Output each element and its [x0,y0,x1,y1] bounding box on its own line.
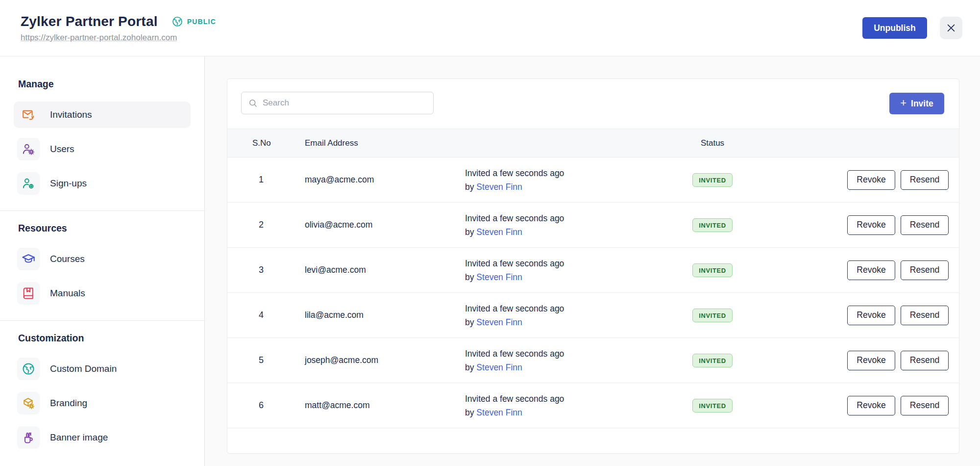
visibility-badge: PUBLIC [172,16,216,27]
table-row: 5 joseph@acme.com Invited a few seconds … [227,338,959,383]
plus-icon: + [900,98,906,108]
resend-button[interactable]: Resend [901,260,949,280]
row-email: maya@acme.com [305,175,465,185]
table-row: 6 matt@acme.com Invited a few seconds ag… [227,383,959,428]
invited-by-link[interactable]: Steven Finn [476,317,522,327]
sidebar-item-label: Branding [50,398,87,409]
revoke-button[interactable]: Revoke [847,260,895,280]
sidebar-item-label: Sign-ups [50,178,87,189]
close-button[interactable] [940,17,962,39]
by-prefix: by [465,227,474,237]
invited-time-text: Invited a few seconds ago [465,302,673,315]
sidebar: Manage Invitations [0,56,205,466]
paint-cup-icon [17,426,40,449]
sidebar-item-custom-domain[interactable]: Custom Domain [14,356,191,382]
status-badge: INVITED [692,263,732,277]
sidebar-item-branding[interactable]: Branding [14,390,191,416]
by-prefix: by [465,272,474,282]
invited-by-link[interactable]: Steven Finn [476,182,522,192]
sidebar-item-courses[interactable]: Courses [14,246,191,272]
invitations-card: + Invite S.No Email Address Status 1 may… [227,78,959,454]
search-icon [248,98,258,108]
column-header-sno: S.No [227,138,305,148]
sidebar-item-manuals[interactable]: Manuals [14,280,191,307]
row-invited-info: Invited a few seconds ago by Steven Finn [465,257,673,284]
row-invited-info: Invited a few seconds ago by Steven Finn [465,166,673,194]
sidebar-item-label: Courses [50,254,85,264]
portal-url-link[interactable]: https://zylker-partner-portal.zoholearn.… [21,33,216,43]
row-invited-info: Invited a few seconds ago by Steven Finn [465,302,673,329]
sidebar-divider [0,210,204,211]
resend-button[interactable]: Resend [901,170,949,190]
invited-by-link[interactable]: Steven Finn [476,272,522,282]
search-box[interactable] [241,92,434,114]
portal-settings-window: Zylker Partner Portal PUBLIC https://zyl… [0,0,980,466]
invited-time-text: Invited a few seconds ago [465,392,673,406]
row-sno: 2 [227,220,305,230]
revoke-button[interactable]: Revoke [847,351,895,370]
row-sno: 3 [227,265,305,275]
sidebar-item-banner-image[interactable]: Banner image [14,424,191,451]
invited-time-text: Invited a few seconds ago [465,257,673,270]
sidebar-item-label: Manuals [50,288,85,299]
row-email: joseph@acme.com [305,355,465,365]
table-row: 2 olivia@acme.com Invited a few seconds … [227,203,959,248]
header: Zylker Partner Portal PUBLIC https://zyl… [0,0,980,56]
row-sno: 1 [227,175,305,185]
row-invited-info: Invited a few seconds ago by Steven Finn [465,347,673,374]
graduation-cap-icon [17,248,40,270]
invite-button[interactable]: + Invite [889,93,944,114]
table-row: 3 levi@acme.com Invited a few seconds ag… [227,248,959,293]
resend-button[interactable]: Resend [901,306,949,325]
revoke-button[interactable]: Revoke [847,396,895,415]
globe-icon [17,358,40,380]
status-badge: INVITED [692,218,732,232]
sidebar-item-label: Users [50,144,74,155]
resend-button[interactable]: Resend [901,396,949,415]
table-row: 1 maya@acme.com Invited a few seconds ag… [227,157,959,203]
revoke-button[interactable]: Revoke [847,215,895,235]
resend-button[interactable]: Resend [901,215,949,235]
section-heading-customization: Customization [18,333,204,344]
sidebar-divider [0,320,204,321]
resend-button[interactable]: Resend [901,351,949,370]
by-prefix: by [465,182,474,192]
box-gear-icon [17,392,40,414]
section-heading-manage: Manage [18,78,204,90]
invited-time-text: Invited a few seconds ago [465,347,673,361]
invited-by-link[interactable]: Steven Finn [476,227,522,237]
globe-icon [172,16,183,27]
unpublish-button[interactable]: Unpublish [862,17,927,39]
toolbar: + Invite [227,79,959,129]
invite-button-label: Invite [911,99,933,109]
table-row: 4 lila@acme.com Invited a few seconds ag… [227,293,959,338]
invited-by-link[interactable]: Steven Finn [476,408,522,417]
sidebar-item-invitations[interactable]: Invitations [14,102,191,128]
by-prefix: by [465,408,474,417]
sidebar-item-label: Invitations [50,109,92,120]
row-sno: 4 [227,310,305,320]
column-header-status: Status [673,138,752,148]
sidebar-item-label: Custom Domain [50,363,117,374]
row-sno: 5 [227,355,305,365]
sidebar-item-users[interactable]: Users [14,136,191,162]
user-plus-icon [17,172,40,195]
section-heading-resources: Resources [18,223,204,234]
sidebar-item-signups[interactable]: Sign-ups [14,170,191,197]
row-email: lila@acme.com [305,310,465,320]
column-header-email: Email Address [305,138,465,148]
row-invited-info: Invited a few seconds ago by Steven Finn [465,392,673,419]
status-badge: INVITED [692,309,732,322]
invited-by-link[interactable]: Steven Finn [476,362,522,372]
row-email: olivia@acme.com [305,220,465,230]
row-email: levi@acme.com [305,265,465,275]
status-badge: INVITED [692,399,732,413]
row-invited-info: Invited a few seconds ago by Steven Finn [465,211,673,239]
revoke-button[interactable]: Revoke [847,306,895,325]
user-gear-icon [17,138,40,160]
invited-time-text: Invited a few seconds ago [465,166,673,180]
revoke-button[interactable]: Revoke [847,170,895,190]
search-input[interactable] [263,98,427,108]
by-prefix: by [465,317,474,327]
book-icon [17,282,40,305]
